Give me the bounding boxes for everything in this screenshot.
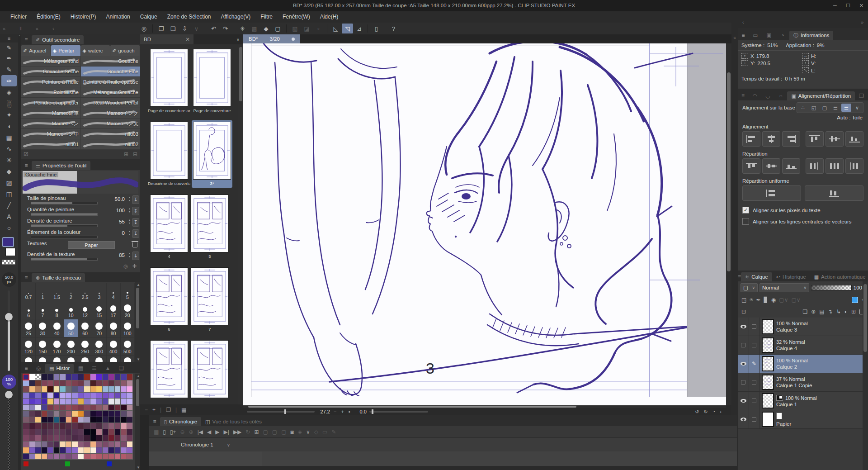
- close-button[interactable]: ✕: [859, 0, 863, 11]
- slider-densit-de-la-texture[interactable]: Densité de la texture85▴▾↧: [21, 251, 140, 262]
- collapse-icon[interactable]: ‹: [719, 409, 722, 414]
- size-500[interactable]: 500: [121, 337, 135, 356]
- color-swatch[interactable]: [42, 399, 47, 404]
- color-swatch[interactable]: [66, 393, 72, 399]
- processing-icon[interactable]: ✳: [237, 24, 248, 33]
- dist-h-center-button[interactable]: [826, 158, 844, 174]
- color-swatch[interactable]: [127, 380, 133, 386]
- history-tab[interactable]: ↩ Historique: [772, 272, 810, 281]
- color-swatch[interactable]: [54, 447, 60, 453]
- balloon-tool[interactable]: ○: [0, 222, 18, 233]
- slider-spinner[interactable]: ▴▾: [129, 218, 130, 225]
- subtool-group-waterc[interactable]: ◈waterc: [81, 45, 110, 56]
- color-swatch[interactable]: [96, 429, 102, 435]
- right-panel-splitter[interactable]: «: [731, 18, 738, 470]
- layers-menu-icon[interactable]: ≡: [738, 272, 741, 281]
- layer-visibility-cell[interactable]: [738, 392, 749, 410]
- canvas-tab[interactable]: BD* 3/20: [243, 34, 300, 43]
- zoom-out-pages-icon[interactable]: −: [145, 407, 148, 413]
- color-swatch[interactable]: [42, 423, 47, 429]
- color-swatch[interactable]: [35, 417, 41, 423]
- color-swatch[interactable]: [127, 386, 133, 392]
- color-swatch[interactable]: [29, 442, 35, 447]
- object-tool[interactable]: ◫: [0, 188, 18, 199]
- menu-histoire-p[interactable]: Histoire(P): [66, 11, 101, 23]
- color-swatch[interactable]: [60, 454, 66, 460]
- slider-dynamics-icon[interactable]: ↧: [132, 218, 139, 227]
- stroke1-tab-icon[interactable]: ◠: [748, 91, 761, 100]
- color-swatch[interactable]: [115, 454, 121, 460]
- menu-affichage-v[interactable]: Affichage(V): [216, 11, 256, 23]
- size-120[interactable]: 120: [22, 337, 36, 356]
- page-thumbnail[interactable]: [191, 195, 229, 252]
- color-swatch[interactable]: [29, 417, 35, 423]
- size-60[interactable]: 60: [78, 319, 92, 337]
- color-swatch[interactable]: [103, 411, 108, 417]
- dist-left-button[interactable]: [806, 158, 824, 174]
- color-swatch[interactable]: [60, 417, 66, 423]
- color-swatch[interactable]: [121, 374, 127, 380]
- brush-pointillisme[interactable]: Pointillisme: [21, 87, 80, 98]
- color-swatch[interactable]: [23, 393, 29, 399]
- item-bank-tab-icon[interactable]: ◔: [776, 31, 789, 40]
- gradient-tab-icon[interactable]: ▲: [101, 364, 114, 373]
- figure-tool[interactable]: ▦: [0, 132, 18, 143]
- page-thumbnail[interactable]: [150, 122, 188, 180]
- decoration-tool[interactable]: ✦: [0, 109, 18, 120]
- color-swatch[interactable]: [78, 405, 84, 411]
- size-170[interactable]: 170: [50, 337, 64, 356]
- size-17[interactable]: 17: [107, 301, 121, 319]
- color-swatch[interactable]: [127, 442, 133, 447]
- color-swatch[interactable]: [66, 380, 72, 386]
- color-swatch[interactable]: [72, 405, 78, 411]
- blend-mode-select[interactable]: Normal∨: [760, 283, 809, 292]
- color-swatch[interactable]: [115, 405, 121, 411]
- size-1.5[interactable]: 1.5: [50, 283, 64, 301]
- size-80[interactable]: 80: [107, 319, 121, 337]
- slider-track[interactable]: [31, 258, 98, 261]
- subview-tab-icon[interactable]: ▣: [762, 31, 776, 40]
- color-swatch[interactable]: [90, 442, 96, 447]
- extra-tab-icon[interactable]: ❒: [855, 91, 868, 100]
- open-file-icon[interactable]: ❏: [167, 24, 179, 33]
- color-swatch[interactable]: [72, 374, 78, 380]
- page-cell-page-de-couverture-arri-re[interactable]: Page de couverture arrière: [146, 47, 192, 115]
- color-swatch[interactable]: [121, 447, 127, 453]
- prev-frame-icon[interactable]: ◀: [207, 429, 211, 435]
- brush-mameo[interactable]: Mameoペン太: [80, 119, 140, 129]
- color-swatch[interactable]: [121, 423, 127, 429]
- slider-densit-de-peinture[interactable]: Densité de peinture55▴▾↧: [21, 217, 140, 228]
- color-swatch[interactable]: [108, 442, 114, 447]
- color-swatch[interactable]: [54, 374, 60, 380]
- layer-thumbnail[interactable]: [762, 319, 774, 334]
- base-selection-icon[interactable]: ▢: [820, 104, 830, 112]
- subtool-multi-check-icon[interactable]: ☑: [24, 151, 28, 157]
- color-swatch[interactable]: [23, 417, 29, 423]
- timeline-tab[interactable]: ▯ Chronologie: [160, 417, 201, 426]
- color-swatch[interactable]: [42, 386, 47, 392]
- color-swatch[interactable]: [103, 417, 108, 423]
- slider-dynamics-icon[interactable]: ↧: [132, 195, 139, 204]
- subtool-tab[interactable]: ✐ Outil secondaire: [32, 35, 84, 44]
- size-300[interactable]: 300: [92, 337, 106, 356]
- color-swatch[interactable]: [54, 429, 60, 435]
- color-swatch[interactable]: [35, 442, 41, 447]
- select-rect-icon[interactable]: ▧: [289, 24, 301, 33]
- color-swatch[interactable]: [84, 386, 90, 392]
- color-swatch[interactable]: [115, 380, 121, 386]
- color-swatch[interactable]: [90, 399, 96, 404]
- color-swatch[interactable]: [90, 417, 96, 423]
- pen-tool[interactable]: ✒: [0, 52, 18, 64]
- dock-left-icon[interactable]: ‹: [742, 19, 744, 28]
- layer-edit-cell[interactable]: [749, 373, 760, 391]
- layer-visibility-cell[interactable]: [738, 318, 749, 336]
- color-swatch[interactable]: [108, 423, 114, 429]
- align-h-center-button[interactable]: [762, 131, 780, 147]
- color-swatch[interactable]: [84, 423, 90, 429]
- layer-row-calque-3[interactable]: 100 % NormalCalque 3: [738, 318, 868, 336]
- color-swatch[interactable]: [72, 399, 78, 404]
- lock-transparent-icon[interactable]: ◉: [771, 297, 776, 303]
- slider-tirement-de-la-couleur[interactable]: Étirement de la couleur0▴▾↧: [21, 228, 140, 240]
- color-swatch[interactable]: [23, 447, 29, 453]
- color-swatch[interactable]: [90, 380, 96, 386]
